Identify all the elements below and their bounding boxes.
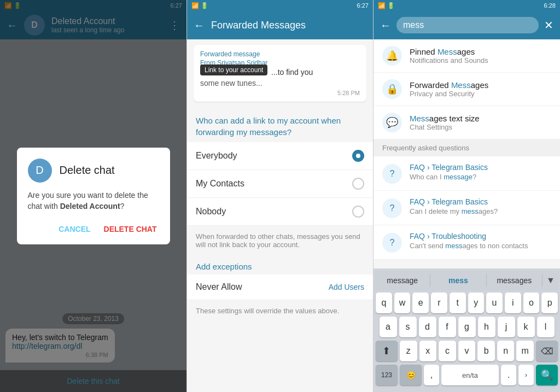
key-emoji[interactable]: 😊 xyxy=(400,365,422,385)
key-comma[interactable]: , xyxy=(424,365,439,385)
faq-title-3: FAQ › Troubleshooting xyxy=(410,232,528,241)
panel-forwarded: 📶 🔋 6:27 ← Forwarded Messages Forwarded … xyxy=(186,0,373,392)
autocomplete-item-1[interactable]: message xyxy=(375,274,430,287)
faq-item-1[interactable]: ? FAQ › Telegram Basics Who can I messag… xyxy=(374,156,560,191)
key-o[interactable]: o xyxy=(523,292,540,313)
autocomplete-bar: message mess messages ▼ xyxy=(375,271,559,290)
key-t[interactable]: t xyxy=(450,292,466,313)
modal-overlay: D Delete chat Are you sure you want to d… xyxy=(0,0,186,392)
section-question: Who can add a link to my account when fo… xyxy=(187,107,373,142)
key-row-2: a s d f g h j k l xyxy=(376,317,558,337)
key-row-3: ⬆ z x c v b n m ⌫ xyxy=(376,341,558,361)
lock-icon: 🔒 xyxy=(382,79,402,99)
faq-sub-1: Who can I message? xyxy=(410,173,488,181)
radio-mycontacts[interactable] xyxy=(352,178,364,190)
key-v[interactable]: v xyxy=(458,341,476,361)
panel2-header: 📶 🔋 6:27 ← Forwarded Messages xyxy=(187,0,373,39)
fw-tooltip: Link to your account xyxy=(200,65,267,75)
key-d[interactable]: d xyxy=(419,317,436,337)
key-g[interactable]: g xyxy=(458,317,476,337)
key-u[interactable]: u xyxy=(486,292,503,313)
option-everybody-label: Everybody xyxy=(196,151,352,161)
key-m[interactable]: m xyxy=(516,341,534,361)
key-period[interactable]: . xyxy=(501,365,516,385)
key-row-1: q w e r t y u i o p xyxy=(376,292,558,313)
fw-from-label: Forwarded message xyxy=(200,50,360,58)
key-c[interactable]: c xyxy=(439,341,456,361)
cancel-button[interactable]: CANCEL xyxy=(56,220,92,238)
faq-content-1: FAQ › Telegram Basics Who can I message? xyxy=(410,163,488,181)
back-button-2[interactable]: ← xyxy=(194,19,205,32)
search-item-forwarded-content: Forwarded Messages Privacy and Security xyxy=(410,80,551,98)
key-rows: q w e r t y u i o p a s d f g h j k l xyxy=(375,290,559,391)
modal-body: Are you sure you want to delete the chat… xyxy=(28,190,159,212)
autocomplete-expand[interactable]: ▼ xyxy=(542,276,559,285)
p3-header: 📶 🔋 6:28 ← ✕ xyxy=(374,0,560,39)
p2-title-bar: ← Forwarded Messages xyxy=(187,11,373,39)
key-l[interactable]: l xyxy=(537,317,555,337)
faq-section-header: Frequently asked questions xyxy=(374,139,560,156)
delete-modal: D Delete chat Are you sure you want to d… xyxy=(17,148,170,244)
status-time-3: 6:28 xyxy=(544,2,556,9)
modal-body-post: ? xyxy=(120,202,125,210)
key-r[interactable]: r xyxy=(431,292,447,313)
p2-body: Forwarded message From Srivatsan Sridhar… xyxy=(187,39,373,392)
panel-chat: 📶 🔋 6:27 ← D Deleted Account last seen a… xyxy=(0,0,186,392)
key-n[interactable]: n xyxy=(497,341,515,361)
delete-button[interactable]: DELETE CHAT xyxy=(102,220,159,238)
key-shift[interactable]: ⬆ xyxy=(376,341,398,361)
key-q[interactable]: q xyxy=(376,292,392,313)
option-nobody-label: Nobody xyxy=(196,207,352,217)
key-s[interactable]: s xyxy=(399,317,417,337)
key-i[interactable]: i xyxy=(505,292,521,313)
key-w[interactable]: w xyxy=(394,292,411,313)
keyboard: message mess messages ▼ q w e r t y u i … xyxy=(374,268,560,392)
key-arrow[interactable]: › xyxy=(518,365,534,385)
faq-icon-1: ? xyxy=(382,164,402,184)
search-item-textsize-content: Messages text size Chat Settings xyxy=(410,114,551,131)
faq-content-3: FAQ › Troubleshooting Can't send message… xyxy=(410,232,528,250)
key-space[interactable]: en/ta xyxy=(441,365,499,385)
search-result-forwarded[interactable]: 🔒 Forwarded Messages Privacy and Securit… xyxy=(374,73,560,106)
modal-body-bold: Deleted Account xyxy=(60,202,120,210)
add-exceptions[interactable]: Add exceptions xyxy=(187,255,373,274)
radio-everybody[interactable] xyxy=(352,150,364,162)
key-z[interactable]: z xyxy=(400,341,417,361)
exceptions-row: Never Allow Add Users xyxy=(187,274,373,300)
status-time-2: 6:27 xyxy=(357,2,369,9)
p2-title: Forwarded Messages xyxy=(211,20,366,31)
faq-item-3[interactable]: ? FAQ › Troubleshooting Can't send messa… xyxy=(374,225,560,260)
key-b[interactable]: b xyxy=(477,341,495,361)
option-mycontacts[interactable]: My Contacts xyxy=(187,170,373,198)
fw-text: Link to your account ...to find you xyxy=(200,68,360,77)
key-h[interactable]: h xyxy=(478,317,495,337)
faq-sub-3: Can't send messages to non contacts xyxy=(410,242,528,250)
autocomplete-item-3[interactable]: messages xyxy=(487,274,542,287)
key-p[interactable]: p xyxy=(541,292,558,313)
faq-item-2[interactable]: ? FAQ › Telegram Basics Can I delete my … xyxy=(374,191,560,225)
key-backspace[interactable]: ⌫ xyxy=(536,341,558,361)
key-e[interactable]: e xyxy=(412,292,429,313)
search-item-pinned-content: Pinned Messages Notifications and Sounds xyxy=(410,47,551,65)
key-k[interactable]: k xyxy=(517,317,535,337)
search-result-pinned[interactable]: 🔔 Pinned Messages Notifications and Soun… xyxy=(374,39,560,73)
add-users-button[interactable]: Add Users xyxy=(329,283,364,291)
key-123[interactable]: 123 xyxy=(376,365,398,385)
option-nobody[interactable]: Nobody xyxy=(187,198,373,226)
close-search-button[interactable]: ✕ xyxy=(544,19,553,32)
key-x[interactable]: x xyxy=(419,341,437,361)
autocomplete-item-2[interactable]: mess xyxy=(430,274,486,287)
key-f[interactable]: f xyxy=(439,317,456,337)
fw-text-content: ...to find you xyxy=(271,68,313,77)
search-result-textsize[interactable]: 💬 Messages text size Chat Settings xyxy=(374,106,560,139)
radio-nobody[interactable] xyxy=(352,206,364,218)
modal-actions: CANCEL DELETE CHAT xyxy=(28,220,159,238)
key-search[interactable]: 🔍 xyxy=(536,365,558,385)
option-everybody[interactable]: Everybody xyxy=(187,142,373,170)
back-button-3[interactable]: ← xyxy=(380,19,391,32)
key-j[interactable]: j xyxy=(498,317,515,337)
search-input[interactable] xyxy=(403,20,532,30)
search-input-wrap[interactable] xyxy=(396,17,539,33)
key-y[interactable]: y xyxy=(468,292,485,313)
key-a[interactable]: a xyxy=(380,317,397,337)
